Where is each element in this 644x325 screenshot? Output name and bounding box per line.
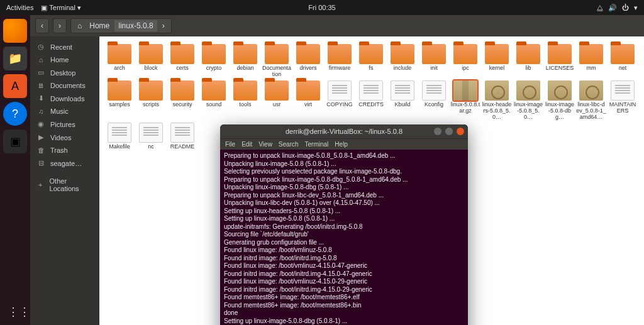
folder-icon — [579, 44, 603, 64]
window-maximize-button[interactable] — [445, 128, 453, 135]
network-icon[interactable]: ⧋ — [597, 4, 603, 12]
file-item[interactable]: Documentation — [262, 44, 292, 78]
window-minimize-button[interactable] — [434, 128, 441, 135]
file-item[interactable]: Makefile — [104, 123, 135, 150]
folder-icon — [328, 44, 352, 64]
file-item[interactable]: firmware — [325, 44, 355, 78]
sidebar-item-desktop[interactable]: ▭Desktop — [30, 66, 99, 79]
file-item[interactable]: COPYING — [325, 80, 355, 121]
sidebar-item-label: Other Locations — [50, 177, 93, 192]
file-item[interactable]: drivers — [293, 44, 323, 78]
file-item[interactable]: usr — [262, 80, 292, 121]
sidebar-other-locations[interactable]: +Other Locations — [30, 175, 99, 195]
file-label: CREDITS — [358, 102, 384, 108]
sidebar-item-recent[interactable]: ◷Recent — [30, 40, 99, 53]
sidebar-item-seagate[interactable]: ⊟seagate… — [30, 157, 99, 170]
file-label: block — [144, 65, 157, 72]
file-item[interactable]: ipc — [450, 44, 480, 78]
file-item[interactable]: Kbuild — [387, 80, 418, 121]
file-item[interactable]: virt — [293, 80, 323, 121]
dock-files[interactable]: 📁 — [3, 47, 27, 70]
file-item[interactable]: MAINTAINERS — [608, 80, 638, 121]
file-item[interactable]: kernel — [482, 44, 512, 78]
file-label: Makefile — [109, 144, 130, 150]
sidebar-item-home[interactable]: ⌂Home — [30, 53, 99, 66]
trash-icon: 🗑 — [36, 146, 45, 154]
file-item[interactable]: CREDITS — [356, 80, 386, 121]
file-item[interactable]: arch — [104, 44, 135, 78]
menu-view[interactable]: View — [258, 141, 272, 148]
file-item[interactable]: lib — [513, 44, 543, 78]
file-item[interactable]: linux-image-5.0.8-dbg… — [545, 80, 575, 121]
menu-file[interactable]: File — [225, 141, 235, 148]
file-item[interactable]: linux-libc-dev_5.0.8-1_amd64… — [576, 80, 606, 121]
nav-forward-button[interactable]: › — [53, 18, 67, 33]
file-item[interactable]: linux-image-5.0.8_5.0… — [513, 80, 543, 121]
home-icon: ⌂ — [36, 56, 45, 63]
home-icon[interactable]: ⌂ — [75, 21, 84, 30]
deb-icon — [548, 80, 572, 101]
file-item[interactable]: Kconfig — [419, 80, 449, 121]
menu-help[interactable]: Help — [335, 141, 348, 148]
sidebar-item-label: Desktop — [50, 69, 75, 77]
activities-button[interactable]: Activities — [6, 4, 33, 12]
file-item[interactable]: block — [136, 44, 166, 78]
file-item[interactable]: LICENSES — [545, 44, 575, 78]
terminal-titlebar[interactable]: derrik@derrik-VirtualBox: ~/linux-5.0.8 — [220, 124, 468, 138]
file-item[interactable]: net — [608, 44, 638, 78]
sidebar-item-downloads[interactable]: ⬇Downloads — [30, 92, 99, 105]
breadcrumb[interactable]: ⌂ Home linux-5.0.8 › — [70, 18, 172, 33]
file-item[interactable]: nc — [136, 123, 166, 150]
file-item[interactable]: fs — [356, 44, 386, 78]
file-item[interactable]: linux-headers-5.0.8_5.0… — [482, 80, 512, 121]
file-item[interactable]: scripts — [136, 80, 166, 121]
file-item[interactable]: certs — [167, 44, 197, 78]
power-icon[interactable]: ⏻ — [622, 4, 629, 11]
sidebar-item-label: Videos — [50, 134, 71, 141]
menu-search[interactable]: Search — [279, 141, 299, 148]
file-item[interactable]: crypto — [199, 44, 229, 78]
dock-terminal[interactable]: ▣ — [3, 129, 27, 153]
sidebar-item-documents[interactable]: 🗎Documents — [30, 79, 99, 92]
file-label: README — [170, 144, 195, 150]
window-close-button[interactable] — [457, 128, 464, 135]
terminal-title: derrik@derrik-VirtualBox: ~/linux-5.0.8 — [286, 128, 402, 135]
terminal-output[interactable]: Preparing to unpack linux-image-5.0.8_5.… — [220, 150, 468, 325]
nav-back-button[interactable]: ‹ — [35, 18, 49, 33]
sidebar-item-music[interactable]: ♫Music — [30, 105, 99, 118]
desktop-icon: ▭ — [36, 69, 45, 77]
folder-icon — [139, 80, 163, 101]
file-item[interactable]: samples — [104, 80, 135, 121]
deb-icon — [579, 80, 603, 101]
folder-icon — [548, 44, 572, 64]
volume-icon[interactable]: 🔊 — [608, 4, 617, 12]
dock-software[interactable]: A — [3, 74, 27, 98]
dock-firefox[interactable] — [3, 19, 27, 43]
breadcrumb-current[interactable]: linux-5.0.8 — [114, 20, 157, 31]
sidebar-item-pictures[interactable]: ◉Pictures — [30, 118, 99, 131]
sidebar-item-label: Music — [50, 107, 69, 115]
caret-down-icon[interactable]: ▾ — [634, 4, 638, 12]
folder-icon — [108, 44, 131, 64]
sidebar-item-trash[interactable]: 🗑Trash — [30, 144, 99, 157]
file-item[interactable]: init — [419, 44, 449, 78]
file-item[interactable]: linux-5.0.8.tar.gz — [450, 80, 480, 121]
file-item[interactable]: README — [167, 123, 197, 150]
ubuntu-dock: 📁 A ? ▣ ⋮⋮⋮ — [0, 15, 30, 325]
breadcrumb-home[interactable]: Home — [87, 21, 112, 30]
file-item[interactable]: debian — [230, 44, 260, 78]
sidebar-item-videos[interactable]: ▶Videos — [30, 131, 99, 144]
menu-edit[interactable]: Edit — [242, 141, 252, 148]
folder-icon — [359, 44, 383, 64]
file-item[interactable]: mm — [576, 44, 606, 78]
file-item[interactable]: include — [387, 44, 418, 78]
folder-icon — [265, 44, 289, 64]
dock-help[interactable]: ? — [3, 102, 27, 126]
file-item[interactable]: sound — [199, 80, 229, 121]
clock[interactable]: Fri 00:35 — [308, 4, 335, 11]
file-item[interactable]: security — [167, 80, 197, 121]
app-menu[interactable]: ▣ Terminal ▾ — [41, 4, 80, 12]
menu-terminal[interactable]: Terminal — [305, 141, 329, 148]
documents-icon: 🗎 — [36, 82, 45, 89]
file-item[interactable]: tools — [230, 80, 260, 121]
